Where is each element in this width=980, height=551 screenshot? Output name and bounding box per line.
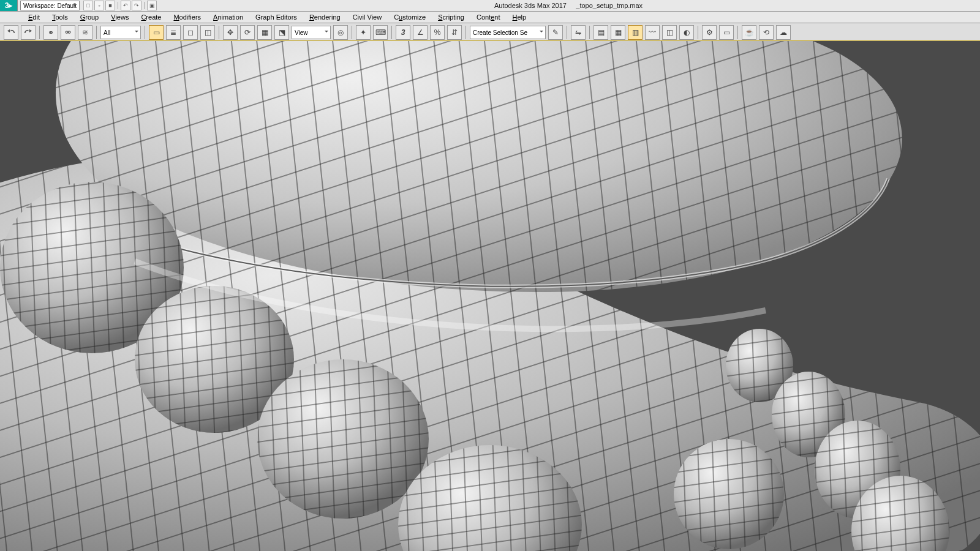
menu-modifiers[interactable]: Modifiers [167,13,207,21]
window-crossing-icon[interactable]: ◫ [200,25,215,40]
rendered-frame-window-icon[interactable]: ▭ [719,25,734,40]
snaps-toggle-icon[interactable]: 3 [396,25,410,40]
select-move-icon[interactable]: ✥ [223,25,238,40]
menu-group[interactable]: Group [74,13,105,21]
select-place-icon[interactable]: ⬔ [274,25,289,40]
workspace-dropdown[interactable]: Workspace: Default [20,1,80,10]
select-by-name-icon[interactable]: ≣ [166,25,181,40]
save-file-icon[interactable]: ■ [105,1,115,10]
toolbar-separator [589,26,590,39]
bind-space-warp-icon[interactable]: ≋ [78,25,92,40]
keyboard-shortcut-override-icon[interactable]: ⌨ [373,25,388,40]
menu-tools[interactable]: Tools [46,13,74,21]
select-manipulate-icon[interactable]: ✦ [356,25,371,40]
mirror-icon[interactable]: ⇋ [571,25,586,40]
menu-civil-view[interactable]: Civil View [347,13,388,21]
workspace-label: Workspace: Default [23,2,77,9]
new-file-icon[interactable]: □ [83,1,93,10]
window-title: Autodesk 3ds Max 2017 _topo_setup_tmp.ma… [157,2,980,9]
toolbar-separator [466,26,466,39]
toolbar-separator [391,26,392,39]
menu-create[interactable]: Create [135,13,167,21]
toolbar-separator [698,26,698,39]
viewport-canvas[interactable] [0,41,980,551]
toolbar-separator [567,26,567,39]
project-folder-icon[interactable]: ▣ [147,1,157,10]
layer-explorer-icon[interactable]: ▦ [611,25,625,40]
document-name: _topo_setup_tmp.max [576,2,643,9]
menu-graph-editors[interactable]: Graph Editors [249,13,303,21]
main-toolbar: ⚭ ⚮ ≋ All ▭ ≣ ◻ ◫ ✥ ⟳ ▦ ⬔ View ◎ ✦ ⌨ 3 ∠… [0,23,980,42]
svg-point-5 [257,359,429,519]
menu-edit[interactable]: Edit [22,13,46,21]
svg-point-17 [674,439,784,549]
render-setup-icon[interactable]: ⚙ [702,25,717,40]
qat-separator [144,2,145,9]
rectangular-region-icon[interactable]: ◻ [183,25,198,40]
undo-button[interactable] [4,25,18,40]
curve-editor-icon[interactable]: 〰 [645,25,660,40]
select-object-icon[interactable]: ▭ [149,25,164,40]
menu-rendering[interactable]: Rendering [303,13,347,21]
percent-snap-icon[interactable]: % [430,25,445,40]
spinner-snap-icon[interactable]: ⇵ [447,25,462,40]
edit-named-selections-icon[interactable]: ✎ [548,25,563,40]
render-in-cloud-icon[interactable]: ☁ [776,25,791,40]
angle-snap-icon[interactable]: ∠ [413,25,428,40]
qat-separator [118,2,118,9]
select-scale-icon[interactable]: ▦ [257,25,272,40]
menu-views[interactable]: Views [105,13,135,21]
menu-content[interactable]: Content [470,13,507,21]
toolbar-separator [737,26,738,39]
link-icon[interactable]: ⚭ [43,25,58,40]
toolbar-separator [39,26,40,39]
app-logo[interactable]: 3▸ [0,0,18,11]
title-bar: 3▸ Workspace: Default □ ▫ ■ ↶ ↷ ▣ Autode… [0,0,980,12]
toggle-ribbon-icon[interactable]: ▥ [628,25,643,40]
menu-bar: Edit Tools Group Views Create Modifiers … [0,12,980,23]
unlink-icon[interactable]: ⚮ [61,25,75,40]
toolbar-separator [352,26,352,39]
material-editor-icon[interactable]: ◐ [679,25,694,40]
render-iterative-icon[interactable]: ⟲ [759,25,774,40]
render-production-icon[interactable]: ☕ [742,25,756,40]
toolbar-separator [219,26,219,39]
redo-button[interactable] [21,25,36,40]
toolbar-separator [96,26,97,39]
ref-coord-label: View [295,29,308,36]
named-selection-sets-dropdown[interactable]: Create Selection Se [470,26,546,39]
selection-filter-label: All [104,29,110,36]
quick-access-toolbar: □ ▫ ■ ↶ ↷ ▣ [83,1,157,10]
menu-animation[interactable]: Animation [207,13,249,21]
undo-icon[interactable]: ↶ [121,1,130,10]
menu-customize[interactable]: Customize [388,13,432,21]
ref-coord-system-dropdown[interactable]: View [292,26,331,39]
menu-scripting[interactable]: Scripting [432,13,470,21]
app-name: Autodesk 3ds Max 2017 [494,2,567,9]
schematic-view-icon[interactable]: ◫ [662,25,677,40]
selection-filter-dropdown[interactable]: All [100,26,141,39]
active-viewport[interactable]: [ + ] [ PhysCamera001 ] [ Performance ] … [0,40,980,551]
named-selection-label: Create Selection Se [473,29,527,36]
align-icon[interactable]: ▤ [594,25,608,40]
toolbar-separator [145,26,145,39]
select-rotate-icon[interactable]: ⟳ [240,25,255,40]
redo-icon[interactable]: ↷ [132,1,141,10]
open-file-icon[interactable]: ▫ [94,1,104,10]
menu-help[interactable]: Help [507,13,533,21]
use-pivot-center-icon[interactable]: ◎ [333,25,348,40]
